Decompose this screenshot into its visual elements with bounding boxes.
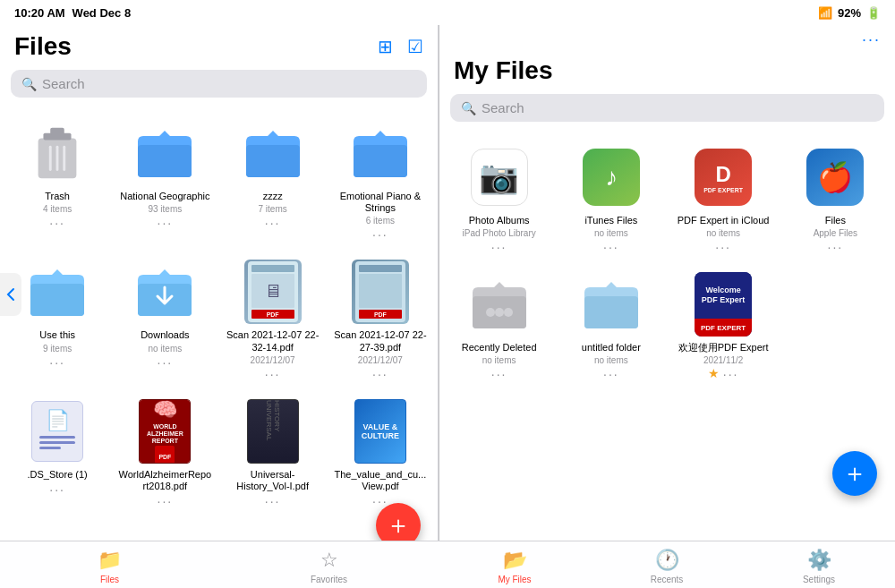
uf-meta: no items [594, 355, 628, 365]
right-more-icon[interactable]: ··· [862, 30, 881, 49]
my-files-tab-label: My Files [498, 575, 531, 584]
af-more[interactable]: ··· [828, 240, 844, 254]
battery-display: 92% [838, 6, 861, 20]
list-view-icon[interactable]: ⊞ [378, 36, 393, 57]
scan2-meta: 2021/12/07 [358, 355, 403, 365]
scan1-more[interactable]: ··· [265, 367, 281, 381]
trash-meta: 4 items [43, 204, 72, 214]
nav-arrow[interactable] [0, 273, 21, 316]
plus-icon: ＋ [386, 508, 411, 541]
the-value-file[interactable]: VALUE & CULTURE The_value_and_cu...View.… [328, 390, 432, 514]
photo-albums-folder[interactable]: 📷 Photo Albums iPad Photo Library ··· [445, 136, 553, 260]
right-fab-button[interactable]: ＋ [832, 451, 877, 496]
untitled-folder[interactable]: untitled folder no items ··· [557, 263, 665, 387]
universal-history-file[interactable]: UNIVERSAL HISTORY Universal-History_Vol-… [221, 390, 325, 514]
scan1-file[interactable]: 🖥 PDF Scan 2021-12-07 22-32-14.pdf 2021/… [221, 251, 325, 386]
zzzz-more[interactable]: ··· [265, 216, 281, 230]
dl-icon-wrap [132, 260, 197, 324]
tab-settings[interactable]: ⚙️ Settings [743, 541, 895, 588]
ng-icon-wrap [132, 121, 197, 185]
uf-more[interactable]: ··· [603, 367, 619, 381]
ng-more[interactable]: ··· [158, 216, 174, 230]
national-geographic-folder[interactable]: National Geographic 93 items ··· [113, 112, 217, 247]
tab-files[interactable]: 📁 Files [0, 541, 219, 588]
pdf-expert-icloud-folder[interactable]: D PDF EXPERT PDF Expert in iCloud no ite… [669, 136, 778, 260]
zzzz-folder[interactable]: zzzz 7 items ··· [221, 112, 325, 247]
rd-more[interactable]: ··· [491, 367, 507, 381]
scan2-file[interactable]: PDF Scan 2021-12-07 22-27-39.pdf 2021/12… [328, 251, 432, 386]
tab-favorites[interactable]: ☆ Favorites [219, 541, 439, 588]
world-alzheimer-file[interactable]: 🧠 WORLD ALZHEIMER REPORT PDF WorldAlzhei… [113, 390, 217, 514]
ut-meta: 9 items [43, 344, 72, 354]
it-more[interactable]: ··· [603, 240, 619, 254]
wp-meta: 2021/11/2 [703, 355, 744, 365]
date-display: Wed Dec 8 [72, 6, 132, 20]
settings-tab-label: Settings [803, 575, 835, 584]
left-panel: Files ⊞ ☑ 🔍 Search [0, 25, 439, 541]
right-search-bar[interactable]: 🔍 Search [450, 94, 884, 122]
svg-point-12 [486, 308, 495, 317]
svg-rect-15 [584, 296, 638, 328]
itunes-files-folder[interactable]: ♪ iTunes Files no items ··· [557, 136, 665, 260]
left-search-bar[interactable]: 🔍 Search [11, 70, 427, 98]
trash-label: Trash [45, 191, 70, 202]
ut-label: Use this [39, 329, 75, 341]
it-meta: no items [594, 228, 628, 238]
wp-more[interactable]: ··· [723, 367, 739, 381]
ds-more[interactable]: ··· [49, 482, 65, 497]
welcome-pdf-expert-file[interactable]: WelcomePDF Expert PDF EXPERT 欢迎使用PDF Exp… [669, 263, 778, 387]
dl-label: Downloads [141, 329, 189, 341]
uh-more[interactable]: ··· [265, 494, 281, 508]
ep-meta: 6 items [366, 216, 395, 226]
left-panel-header: Files ⊞ ☑ [0, 25, 438, 64]
pa-label: Photo Albums [469, 215, 530, 226]
wa-icon-wrap: 🧠 WORLD ALZHEIMER REPORT PDF [132, 399, 197, 464]
battery-icon: 🔋 [866, 6, 881, 20]
scan2-more[interactable]: ··· [372, 367, 388, 381]
trash-more[interactable]: ··· [49, 216, 65, 230]
svg-rect-7 [246, 145, 300, 177]
dl-meta: no items [148, 344, 182, 354]
recents-tab-icon: 🕐 [655, 549, 679, 572]
svg-rect-6 [138, 145, 192, 177]
apple-files-folder[interactable]: 🍎 Files Apple Files ··· [781, 136, 890, 260]
pe-label: PDF Expert in iCloud [678, 215, 770, 226]
dl-more[interactable]: ··· [158, 355, 174, 370]
downloads-folder[interactable]: Downloads no items ··· [113, 251, 217, 386]
favorites-tab-label: Favorites [311, 575, 347, 584]
time-display: 10:20 AM [14, 6, 65, 20]
wifi-icon: 📶 [818, 6, 832, 20]
main-container: Files ⊞ ☑ 🔍 Search [0, 25, 895, 541]
ut-more[interactable]: ··· [49, 355, 65, 370]
ep-more[interactable]: ··· [372, 227, 388, 242]
pe-more[interactable]: ··· [715, 240, 731, 254]
trash-icon-wrap [25, 121, 90, 185]
right-header-row: ··· [439, 25, 895, 49]
ds-store-file[interactable]: 📄 .DS_Store (1) ··· [5, 390, 109, 514]
uh-label: Universal-History_Vol-I.pdf [226, 469, 320, 492]
trash-folder[interactable]: Trash 4 items ··· [5, 112, 109, 247]
emotional-piano-folder[interactable]: Emotional Piano & Strings 6 items ··· [328, 112, 432, 247]
right-plus-icon: ＋ [842, 456, 867, 490]
it-icon-wrap: ♪ [579, 145, 644, 209]
recents-tab-label: Recents [651, 575, 684, 584]
right-panel-title: My Files [454, 56, 552, 85]
scan2-icon-wrap: PDF [348, 260, 413, 324]
right-search-placeholder: Search [482, 100, 524, 115]
tab-my-files[interactable]: 📂 My Files [439, 541, 591, 588]
wa-more[interactable]: ··· [158, 494, 174, 508]
scan1-label: Scan 2021-12-07 22-32-14.pdf [226, 329, 320, 353]
ng-meta: 93 items [148, 204, 182, 214]
use-this-folder[interactable]: Use this 9 items ··· [5, 251, 109, 386]
ds-icon-wrap: 📄 [25, 399, 90, 464]
scan1-meta: 2021/12/07 [251, 355, 295, 365]
uh-icon-wrap: UNIVERSAL HISTORY [241, 399, 305, 464]
checkmark-icon[interactable]: ☑ [407, 36, 423, 57]
left-header-icons: ⊞ ☑ [378, 36, 423, 57]
left-fab-button[interactable]: ＋ [376, 503, 421, 541]
tab-recents[interactable]: 🕐 Recents [591, 541, 743, 588]
recently-deleted-folder[interactable]: Recently Deleted no items ··· [445, 263, 553, 387]
svg-rect-9 [30, 284, 84, 316]
uf-icon-wrap [579, 272, 644, 337]
pa-more[interactable]: ··· [491, 240, 507, 254]
